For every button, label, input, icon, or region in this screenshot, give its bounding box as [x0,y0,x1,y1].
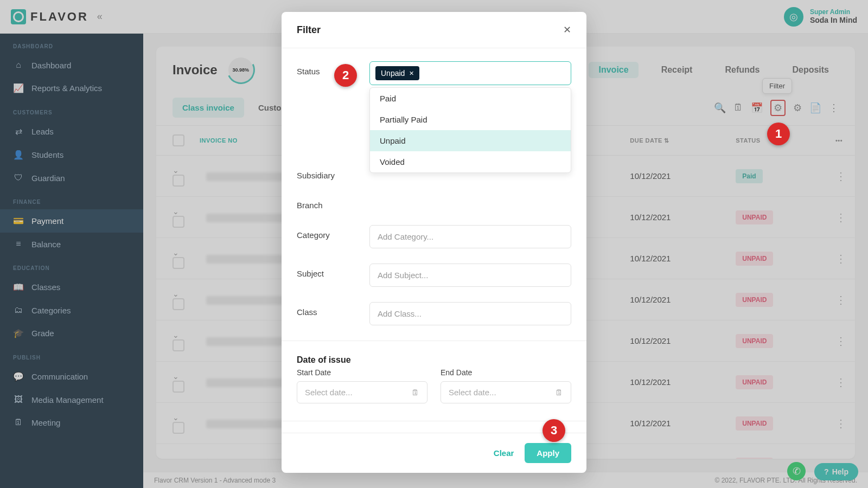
label-issue-start: Start Date [297,368,427,377]
remove-tag-icon[interactable]: ✕ [409,70,414,77]
label-subsidiary: Subsidiary [297,165,369,180]
label-branch: Branch [297,195,369,210]
status-option-unpaid[interactable]: Unpaid [370,130,571,151]
status-dropdown: Paid Partially Paid Unpaid Voided [369,87,571,173]
section-date-of-issue: Date of issue [297,349,571,368]
status-option-voided[interactable]: Voided [370,151,571,172]
callout-marker-3: 3 [542,419,565,442]
label-class: Class [297,302,369,317]
label-subject: Subject [297,264,369,278]
class-input[interactable]: Add Class... [369,302,571,325]
label-issue-end: End Date [441,368,571,377]
status-input[interactable]: Unpaid ✕ [369,61,571,85]
calendar-icon: 🗓 [411,388,419,397]
label-status: Status [297,61,369,76]
subject-input[interactable]: Add Subject... [369,264,571,287]
issue-end-date-input[interactable]: Select date...🗓 [441,381,571,403]
callout-marker-2: 2 [334,64,357,87]
section-due-date: Due Date [297,429,571,433]
calendar-icon: 🗓 [555,388,563,397]
close-icon[interactable]: ✕ [563,24,571,36]
category-input[interactable]: Add Category... [369,225,571,248]
status-option-paid[interactable]: Paid [370,88,571,109]
apply-button[interactable]: Apply [525,443,571,463]
issue-start-date-input[interactable]: Select date...🗓 [297,381,427,403]
modal-title: Filter [297,24,321,36]
filter-modal: Filter ✕ Status Unpaid ✕ Paid Partially … [282,12,586,473]
callout-marker-1: 1 [767,123,790,145]
clear-button[interactable]: Clear [494,448,514,458]
label-category: Category [297,225,369,240]
status-tag-unpaid: Unpaid ✕ [375,66,419,80]
status-option-partially-paid[interactable]: Partially Paid [370,109,571,130]
